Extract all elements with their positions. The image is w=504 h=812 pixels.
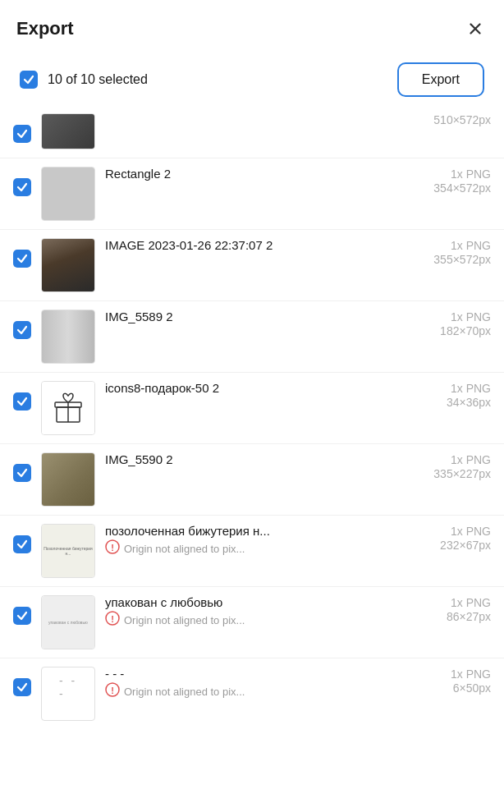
list-item: IMAGE 2023-01-26 22:37:07 2 1x PNG 355×5…	[0, 229, 504, 300]
list-item: 510×572px	[0, 105, 504, 158]
item-size: 86×27px	[417, 610, 491, 623]
item-size: 232×67px	[417, 539, 491, 552]
list-item: icons8-подарок-50 2 1x PNG 34×36px	[0, 372, 504, 443]
list-item: Позолоченная бижутерия н... позолоченная…	[0, 515, 504, 586]
item-info: - - - ! Origin not aligned to pix...	[105, 667, 407, 700]
item-checkbox[interactable]	[13, 678, 31, 696]
select-all-row: 10 of 10 selected	[20, 71, 148, 89]
item-meta: 1x PNG 355×572px	[417, 238, 491, 266]
item-format: 1x PNG	[451, 596, 491, 609]
item-checkbox[interactable]	[13, 535, 31, 553]
svg-text:!: !	[111, 686, 114, 695]
item-name: IMG_5590 2	[105, 452, 407, 466]
item-name: упакован с любовью	[105, 595, 407, 609]
item-info: icons8-подарок-50 2	[105, 381, 407, 397]
export-button[interactable]: Export	[397, 62, 484, 97]
item-format: 1x PNG	[451, 239, 491, 252]
svg-text:!: !	[111, 543, 114, 553]
warning-icon: !	[105, 611, 120, 629]
item-size: 34×36px	[417, 396, 491, 409]
item-thumbnail	[41, 381, 95, 435]
item-info: IMG_5589 2	[105, 310, 407, 325]
select-all-checkbox[interactable]	[20, 71, 38, 89]
item-checkbox[interactable]	[13, 392, 31, 411]
item-format: 1x PNG	[451, 167, 491, 181]
item-format: 1x PNG	[451, 310, 491, 323]
list-item: IMG_5589 2 1x PNG 182×70px	[0, 300, 504, 372]
item-format: 1x PNG	[451, 525, 491, 538]
list-item: упакован с любовью упакован с любовью ! …	[0, 586, 504, 658]
warning-text: Origin not aligned to pix...	[124, 543, 245, 555]
item-checkbox[interactable]	[13, 464, 31, 482]
item-checkbox[interactable]	[13, 321, 31, 339]
export-modal: Export 10 of 10 selected Export	[0, 0, 504, 812]
item-name: IMAGE 2023-01-26 22:37:07 2	[105, 238, 407, 252]
list-item: - -- - - - ! Origin not aligned to pix..…	[0, 658, 504, 729]
item-format: 1x PNG	[451, 667, 491, 681]
item-size: 335×227px	[417, 467, 491, 480]
close-button[interactable]	[463, 16, 488, 41]
item-name: IMG_5589 2	[105, 310, 407, 323]
item-info: упакован с любовью ! Origin not aligned …	[105, 595, 407, 629]
toolbar: 10 of 10 selected Export	[7, 54, 497, 105]
item-meta: 1x PNG 354×572px	[417, 167, 491, 195]
warning-text: Origin not aligned to pix...	[124, 614, 245, 626]
item-name: Rectangle 2	[105, 167, 407, 181]
item-size: 510×572px	[417, 113, 491, 126]
item-size: 354×572px	[417, 181, 491, 195]
item-info: Rectangle 2	[105, 167, 407, 182]
item-checkbox[interactable]	[13, 250, 31, 268]
item-thumbnail	[41, 113, 95, 149]
item-checkbox[interactable]	[13, 125, 31, 143]
item-meta: 1x PNG 232×67px	[417, 524, 491, 552]
item-meta: 1x PNG 34×36px	[417, 381, 491, 409]
item-thumbnail	[41, 452, 95, 507]
item-warning: ! Origin not aligned to pix...	[105, 539, 407, 557]
list-item: IMG_5590 2 1x PNG 335×227px	[0, 443, 504, 515]
item-checkbox[interactable]	[13, 607, 31, 625]
item-size: 6×50px	[417, 681, 491, 695]
item-info: IMAGE 2023-01-26 22:37:07 2	[105, 238, 407, 254]
item-name: icons8-подарок-50 2	[105, 381, 407, 395]
item-thumbnail: - --	[41, 667, 95, 721]
list-item: Rectangle 2 1x PNG 354×572px	[0, 158, 504, 229]
item-thumbnail	[41, 167, 95, 221]
modal-title: Export	[16, 18, 74, 39]
item-thumbnail	[41, 310, 95, 364]
item-size: 182×70px	[417, 324, 491, 337]
item-meta: 510×572px	[417, 113, 491, 126]
item-name: - - -	[105, 667, 407, 681]
item-format: 1x PNG	[451, 382, 491, 395]
item-thumbnail: упакован с любовью	[41, 595, 95, 649]
items-list: 510×572px Rectangle 2 1x PNG 354×572px	[0, 105, 504, 812]
item-meta: 1x PNG 335×227px	[417, 452, 491, 480]
warning-icon: !	[105, 682, 120, 700]
svg-text:!: !	[111, 614, 114, 624]
item-size: 355×572px	[417, 253, 491, 266]
warning-icon: !	[105, 539, 120, 557]
modal-header: Export	[0, 0, 504, 54]
item-name: позолоченная бижутерия н...	[105, 524, 407, 538]
item-warning: ! Origin not aligned to pix...	[105, 682, 407, 700]
item-meta: 1x PNG 182×70px	[417, 310, 491, 337]
item-meta: 1x PNG 6×50px	[417, 667, 491, 695]
item-info: позолоченная бижутерия н... ! Origin not…	[105, 524, 407, 557]
warning-text: Origin not aligned to pix...	[124, 686, 245, 698]
item-warning: ! Origin not aligned to pix...	[105, 611, 407, 629]
item-thumbnail: Позолоченная бижутерия н...	[41, 524, 95, 578]
item-info: IMG_5590 2	[105, 452, 407, 468]
item-format: 1x PNG	[451, 453, 491, 466]
select-count-label: 10 of 10 selected	[48, 72, 148, 87]
item-thumbnail	[41, 238, 95, 292]
item-checkbox[interactable]	[13, 178, 31, 196]
item-meta: 1x PNG 86×27px	[417, 595, 491, 623]
